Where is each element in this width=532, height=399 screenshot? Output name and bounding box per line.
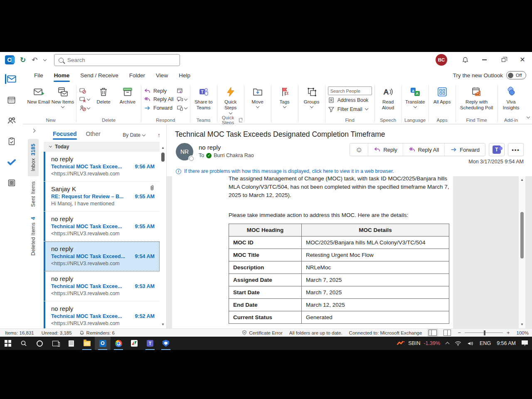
restore-button[interactable] <box>494 52 513 68</box>
sender-name[interactable]: no reply <box>199 144 254 151</box>
volume-icon[interactable] <box>467 341 474 346</box>
message-reply-all-button[interactable]: Reply All <box>403 143 445 156</box>
folder-tab-sent-items[interactable]: Sent Items <box>28 176 39 212</box>
groups-button[interactable]: Groups <box>300 84 323 108</box>
tab-help[interactable]: Help <box>173 69 196 82</box>
viva-insights-button[interactable]: Viva Insights <box>500 84 523 111</box>
mail-item-6[interactable]: no reply Technical MOC Task Excee... 9:5… <box>44 301 160 328</box>
scroll-thumb[interactable] <box>520 212 524 259</box>
trading-app-button[interactable] <box>126 337 142 350</box>
rail-more-apps-button[interactable] <box>0 177 23 188</box>
more-respond-button[interactable] <box>177 104 187 112</box>
tab-focused[interactable]: Focused <box>53 131 77 140</box>
start-button[interactable] <box>0 337 16 350</box>
sender-avatar[interactable]: NR <box>176 143 193 160</box>
undo-icon[interactable]: ↶ <box>32 57 37 64</box>
outlook-taskbar-button[interactable]: O <box>95 337 111 350</box>
security-app-button[interactable] <box>158 337 174 350</box>
address-book-button[interactable]: Address Book <box>328 96 372 104</box>
all-apps-button[interactable]: All Apps <box>431 84 454 105</box>
wifi-icon[interactable] <box>455 341 461 346</box>
stock-ticker-widget[interactable]: SBIN -1.39% <box>397 340 440 346</box>
message-info-bar[interactable]: i If there are problems with how this me… <box>167 167 532 176</box>
collapse-ribbon-button[interactable] <box>525 112 532 124</box>
global-search-box[interactable] <box>54 54 180 66</box>
mail-item-3[interactable]: no reply Technical MOC Task Excee... 9:5… <box>44 212 160 241</box>
zoom-slider-thumb[interactable] <box>484 330 485 335</box>
taskbar-search-button[interactable] <box>16 337 32 350</box>
language-indicator[interactable]: ENG <box>480 340 491 346</box>
sort-by-dropdown[interactable]: By Date <box>123 132 145 138</box>
delete-button[interactable]: Delete <box>92 84 115 105</box>
archive-button[interactable]: Archive <box>116 84 139 105</box>
search-input[interactable] <box>67 57 175 63</box>
forward-button[interactable]: Forward <box>144 104 174 112</box>
chrome-button[interactable] <box>111 337 126 350</box>
clock[interactable]: 9:56 AM <box>497 340 516 346</box>
mail-list-scrollbar[interactable]: ▲ ▼ <box>160 146 166 328</box>
message-reply-button[interactable]: Reply <box>368 143 402 156</box>
expand-folder-pane-icon[interactable] <box>31 129 35 133</box>
recipient-name[interactable]: Burri Chakra Rao <box>214 153 254 158</box>
info-bar-text[interactable]: If there are problems with how this mess… <box>184 168 394 174</box>
action-center-icon[interactable] <box>522 340 528 346</box>
tab-file[interactable]: File <box>29 69 49 82</box>
filter-email-button[interactable]: Filter Email <box>328 105 372 113</box>
tab-folder[interactable]: Folder <box>124 69 150 82</box>
notepad-button[interactable] <box>63 337 79 350</box>
rail-calendar-button[interactable] <box>0 94 23 105</box>
tab-other[interactable]: Other <box>86 131 101 140</box>
zoom-level[interactable]: 100% <box>517 330 529 335</box>
scroll-down-icon[interactable]: ▼ <box>161 323 165 327</box>
block-sender-button[interactable] <box>79 104 90 112</box>
mail-item-5[interactable]: no reply Technical MOC Task Excee... 9:5… <box>44 271 160 301</box>
move-button[interactable]: Move <box>246 84 269 108</box>
tray-overflow-chevron-icon[interactable] <box>446 342 450 346</box>
im-button[interactable] <box>177 96 187 103</box>
read-aloud-button[interactable]: A Read Aloud <box>377 84 400 111</box>
tab-send-receive[interactable]: Send / Receive <box>75 69 124 82</box>
reading-pane-scrollbar[interactable]: ▲ ▼ <box>519 176 525 328</box>
quick-steps-button[interactable]: Quick Steps <box>219 84 242 114</box>
rail-people-button[interactable] <box>0 115 23 126</box>
send-receive-icon[interactable]: ↻ <box>20 57 26 64</box>
notifications-bell-button[interactable] <box>456 52 475 68</box>
scroll-up-icon[interactable]: ▲ <box>520 178 524 182</box>
teams-taskbar-button[interactable]: T <box>142 337 158 350</box>
scroll-thumb[interactable] <box>161 153 165 162</box>
translate-button[interactable]: aA Translate <box>404 84 427 108</box>
mail-item-4-selected[interactable]: no reply Technical MOC Task Exceed... 9:… <box>44 241 160 271</box>
zoom-out-button[interactable]: − <box>458 330 461 336</box>
customize-qat-chevron-icon[interactable] <box>43 57 46 61</box>
share-to-teams-message-button[interactable]: T <box>489 143 505 156</box>
today-group-header[interactable]: Today <box>44 142 160 152</box>
rail-todo-button[interactable] <box>0 157 23 167</box>
tab-home[interactable]: Home <box>49 69 75 82</box>
folder-tab-inbox[interactable]: Inbox 3185 <box>28 139 39 176</box>
sort-direction-icon[interactable]: ↑ <box>158 132 160 138</box>
zoom-slider[interactable] <box>465 332 503 333</box>
file-explorer-button[interactable] <box>79 337 95 350</box>
reply-button[interactable]: Reply <box>144 87 174 95</box>
normal-view-button[interactable] <box>429 330 437 336</box>
scroll-down-icon[interactable]: ▼ <box>520 323 524 327</box>
task-view-button[interactable] <box>47 337 63 350</box>
minimize-button[interactable] <box>475 52 494 68</box>
rail-tasks-button[interactable] <box>0 136 23 147</box>
certificate-error-status[interactable]: Certificate Error <box>242 330 283 335</box>
rail-mail-button[interactable] <box>0 74 23 84</box>
folder-tab-deleted-items[interactable]: Deleted Items 4 <box>28 212 39 261</box>
reading-view-button[interactable] <box>443 330 451 336</box>
reply-all-button[interactable]: Reply All <box>144 96 174 103</box>
scheduling-poll-button[interactable]: Reply with Scheduling Poll <box>458 84 496 111</box>
quick-steps-dialog-launcher[interactable] <box>239 118 242 122</box>
message-forward-button[interactable]: Forward <box>444 143 485 156</box>
close-button[interactable]: ✕ <box>513 52 532 68</box>
cortana-button[interactable] <box>32 337 47 350</box>
mail-item-1[interactable]: no reply Technical MOC Task Excee... 9:5… <box>44 152 160 182</box>
more-actions-button[interactable]: ••• <box>508 143 524 156</box>
zoom-in-button[interactable]: + <box>507 330 510 336</box>
scroll-up-icon[interactable]: ▲ <box>161 146 165 150</box>
search-people-input[interactable]: Search People <box>328 86 372 95</box>
tab-view[interactable]: View <box>150 69 173 82</box>
